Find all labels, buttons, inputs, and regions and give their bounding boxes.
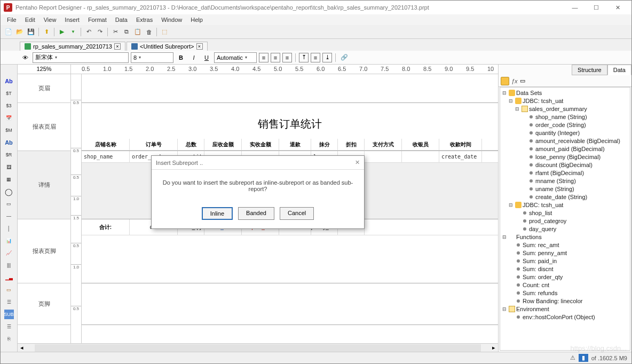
color-combo[interactable]: Automatic▾ — [214, 52, 257, 63]
sparkline-tool[interactable]: ▁▃ — [4, 273, 14, 282]
tree-node[interactable]: ⊟ sales_order_summary — [500, 105, 630, 113]
tree-node[interactable]: ⊟ Functions — [500, 233, 630, 241]
align-center-button[interactable]: ≡ — [271, 53, 280, 62]
resource-field-tool[interactable]: $R — [4, 150, 14, 160]
paste-icon[interactable]: 📋 — [133, 27, 143, 37]
banded-button[interactable]: Banded — [238, 207, 274, 220]
underline-button[interactable]: U — [201, 52, 212, 63]
band-report-footer[interactable]: 合计:cntorder_qtyrec_amtpaid_inrefundspenn… — [82, 219, 498, 283]
column-header[interactable]: 应收金额 — [204, 139, 242, 150]
hline-tool[interactable]: — — [4, 211, 14, 221]
tree-node[interactable]: shop_list — [500, 209, 630, 217]
align-right-button[interactable]: ≡ — [282, 53, 292, 62]
h-scrollbar[interactable]: ◂▸ — [18, 343, 498, 352]
column-header[interactable]: 收款时间 — [439, 139, 482, 150]
tree-node[interactable]: order_code (String) — [500, 121, 630, 129]
redo-icon[interactable]: ↷ — [95, 27, 105, 37]
rectangle-tool[interactable]: ▭ — [4, 199, 14, 209]
menu-help[interactable]: Help — [187, 15, 206, 24]
tab-subreport-close[interactable]: × — [196, 43, 203, 50]
tab-report-close[interactable]: × — [114, 43, 121, 50]
tree-node[interactable]: create_date (String) — [500, 193, 630, 201]
run-icon[interactable]: ▶ — [57, 27, 67, 37]
report-title[interactable]: 销售订单统计 — [82, 117, 498, 131]
env-icon[interactable]: ▭ — [520, 77, 525, 84]
maximize-button[interactable]: ☐ — [586, 1, 607, 14]
tree-node[interactable]: ⊟ Environment — [500, 305, 630, 313]
content-tool[interactable]: ▦ — [4, 175, 14, 184]
tree-node[interactable]: Count: cnt — [500, 281, 630, 289]
date-field-tool[interactable]: 📅 — [4, 113, 14, 123]
vline-tool[interactable]: │ — [4, 224, 14, 233]
menu-format[interactable]: Format — [85, 15, 110, 24]
menu-extras[interactable]: Extras — [133, 15, 156, 24]
tree-node[interactable]: uname (String) — [500, 185, 630, 193]
menu-insert[interactable]: Insert — [61, 15, 83, 24]
tree-node[interactable]: amount_paid (BigDecimal) — [500, 145, 630, 153]
copy-icon[interactable]: ⧉ — [122, 27, 131, 37]
minimize-button[interactable]: — — [564, 1, 586, 14]
column-header[interactable]: 店铺名称 — [82, 139, 130, 150]
bold-button[interactable]: B — [176, 52, 186, 63]
tree-node[interactable]: Sum: paid_in — [500, 257, 630, 265]
tree-node[interactable]: Sum: rec_amt — [500, 241, 630, 249]
toc-tool[interactable]: ☰ — [4, 322, 14, 331]
tree-node[interactable]: ⊟ Data Sets — [500, 89, 630, 97]
tab-report[interactable]: rp_sales_summary_20210713 × — [20, 42, 125, 51]
cut-icon[interactable]: ✂ — [110, 27, 120, 37]
tree-node[interactable]: lose_penny (BigDecimal) — [500, 153, 630, 161]
field-cell[interactable] — [402, 151, 439, 162]
tree-node[interactable]: Row Banding: linecolor — [500, 297, 630, 305]
number-field-tool[interactable]: $3 — [4, 101, 14, 110]
tree-node[interactable]: ⊟ JDBC: tcsh_uat — [500, 97, 630, 105]
column-header[interactable]: 抹分 — [311, 139, 338, 150]
menu-window[interactable]: Window — [158, 15, 185, 24]
tree-node[interactable]: Sum: refunds — [500, 289, 630, 297]
tree-node[interactable]: Sum: penny_amt — [500, 249, 630, 257]
font-size-combo[interactable]: 8▾ — [131, 52, 173, 63]
column-header[interactable]: 订单号 — [130, 139, 178, 150]
chart-tool[interactable]: 📈 — [4, 248, 14, 258]
tree-node[interactable]: discount (BigDecimal) — [500, 161, 630, 169]
link-button[interactable]: 🔗 — [339, 52, 350, 63]
delete-icon[interactable]: 🗑 — [144, 27, 154, 37]
tree-node[interactable]: amount_receivable (BigDecimal) — [500, 137, 630, 145]
menu-file[interactable]: File — [4, 15, 20, 24]
close-button[interactable]: ✕ — [607, 1, 628, 14]
italic-button[interactable]: I — [188, 52, 199, 63]
menu-data[interactable]: Data — [112, 15, 131, 24]
menu-edit[interactable]: Edit — [22, 15, 38, 24]
cancel-button[interactable]: Cancel — [280, 207, 314, 220]
column-header[interactable]: 退款 — [279, 139, 311, 150]
message-field-tool[interactable]: $M — [4, 125, 14, 135]
ellipse-tool[interactable]: ◯ — [4, 187, 14, 196]
menu-view[interactable]: View — [41, 15, 60, 24]
column-header[interactable]: 支付方式 — [365, 139, 402, 150]
field-cell[interactable]: shop_name — [82, 151, 130, 162]
band-tool[interactable]: ▭ — [4, 285, 14, 295]
tab-subreport[interactable]: <Untitled Subreport> × — [127, 42, 208, 51]
barcode-tool[interactable]: ||| — [4, 260, 14, 270]
tree-node[interactable]: rfamt (BigDecimal) — [500, 169, 630, 177]
band-report-header[interactable]: 销售订单统计 店铺名称订单号总数应收金额实收金额退款抹分折扣支付方式收银员收款时… — [82, 103, 498, 151]
tab-structure[interactable]: Structure — [572, 65, 607, 75]
tree-node[interactable]: shop_name (String) — [500, 113, 630, 121]
band-page-footer[interactable] — [82, 283, 498, 325]
tree-node[interactable]: Sum: discnt — [500, 265, 630, 273]
subreport-tool[interactable]: SUB — [4, 310, 14, 319]
new-icon[interactable]: 📄 — [4, 27, 13, 37]
valign-middle-button[interactable]: ≡ — [311, 53, 320, 62]
visibility-icon[interactable]: 👁 — [20, 54, 30, 61]
text-field-tool[interactable]: $T — [4, 89, 14, 98]
column-header[interactable]: 实收金额 — [242, 139, 279, 150]
fx-icon[interactable]: ƒx — [511, 78, 518, 84]
label-tool[interactable]: Ab — [4, 76, 14, 86]
external-tool[interactable]: ⎘ — [4, 334, 14, 344]
tree-node[interactable]: ⊟ JDBC: tcsh_uat — [500, 201, 630, 209]
column-header[interactable]: 收银员 — [402, 139, 439, 150]
tree-node[interactable]: Sum: order_qty — [500, 273, 630, 281]
band-page-header[interactable] — [82, 74, 498, 103]
tab-data[interactable]: Data — [607, 65, 631, 75]
publish-icon[interactable]: ⬆ — [42, 27, 51, 37]
survey-scale-tool[interactable]: 📊 — [4, 236, 14, 246]
